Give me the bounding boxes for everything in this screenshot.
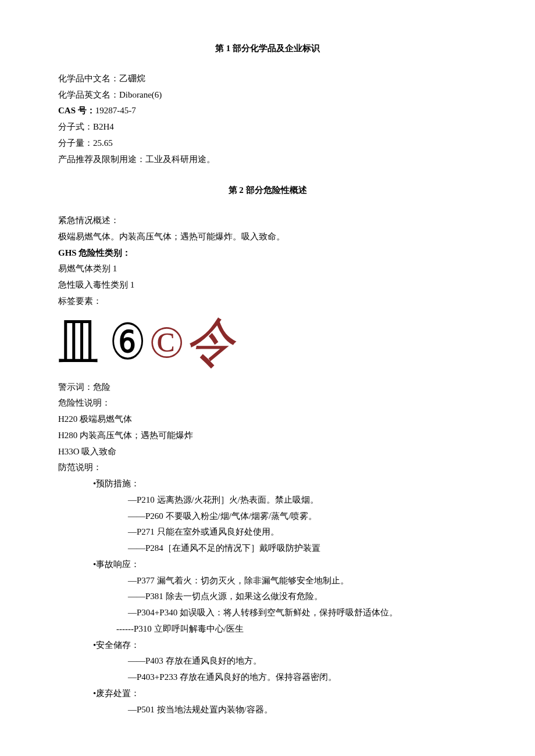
- section-2-body: 紧急情况概述： 极端易燃气体。内装高压气体；遇热可能爆炸。吸入致命。 GHS 危…: [58, 213, 477, 718]
- ghs-line-1: 急性吸入毒性类别 1: [58, 277, 477, 293]
- label-elements: 标签要素：: [58, 293, 477, 310]
- field-name-cn-label: 化学品中文名：: [58, 74, 119, 83]
- precaution-item-p271: —P271 只能在室外或通风良好处使用。: [58, 524, 477, 540]
- signal-word-value: 危险: [93, 382, 110, 392]
- signal-word-label: 警示词：: [58, 382, 93, 392]
- precaution-item-p377: —P377 漏气着火：切勿灭火，除非漏气能够安全地制止。: [58, 573, 477, 589]
- field-mw: 分子量：25.65: [58, 135, 477, 152]
- hazard-statement-0: H220 极端易燃气体: [58, 411, 477, 428]
- ghs-line-0: 易燃气体类别 1: [58, 261, 477, 277]
- field-name-cn-value: 乙硼烷: [119, 74, 145, 83]
- field-name-en: 化学品英文名：Diborane(6): [58, 87, 477, 103]
- emergency-label: 紧急情况概述：: [58, 213, 477, 229]
- precaution-item-p260: ——P260 不要吸入粉尘/烟/气体/烟雾/蒸气/喷雾。: [58, 508, 477, 525]
- ghs-pictograms: 皿 ⑥ © 令: [58, 316, 477, 369]
- field-cas-value: 19287-45-7: [95, 106, 136, 115]
- precaution-group-storage: •安全储存：: [58, 637, 477, 654]
- field-mw-value: 25.65: [93, 138, 113, 148]
- hazard-statements-label: 危险性说明：: [58, 395, 477, 411]
- section-1-title: 第 1 部分化学品及企业标识: [58, 41, 477, 57]
- pictogram-2-icon: ⑥: [109, 317, 146, 367]
- field-name-cn: 化学品中文名：乙硼烷: [58, 71, 477, 87]
- field-mw-label: 分子量：: [58, 138, 93, 148]
- field-formula: 分子式：B2H4: [58, 119, 477, 135]
- precaution-group-response: •事故响应：: [58, 557, 477, 573]
- precaution-item-p501: —P501 按当地法规处置内装物/容器。: [58, 702, 477, 718]
- field-use: 产品推荐及限制用途：工业及科研用途。: [58, 152, 477, 168]
- pictogram-4-icon: 令: [185, 316, 234, 369]
- precaution-item-p304-p340: —P304+P340 如误吸入：将人转移到空气新鲜处，保持呼吸舒适体位。: [58, 605, 477, 621]
- precaution-label: 防范说明：: [58, 460, 477, 476]
- precaution-item-p381: ——P381 除去一切点火源，如果这么做没有危险。: [58, 589, 477, 605]
- section-1-body: 化学品中文名：乙硼烷 化学品英文名：Diborane(6) CAS 号：1928…: [58, 71, 477, 168]
- field-name-en-value: Diborane(6): [119, 90, 162, 99]
- emergency-text: 极端易燃气体。内装高压气体；遇热可能爆炸。吸入致命。: [58, 229, 477, 245]
- field-formula-label: 分子式：: [58, 122, 93, 131]
- precaution-group-disposal: •废弃处置：: [58, 686, 477, 702]
- ghs-label: GHS 危险性类别：: [58, 245, 477, 261]
- precaution-item-p210: —P210 远离热源/火花刑］火/热表面。禁止吸烟。: [58, 492, 477, 508]
- hazard-statement-2: H33O 吸入致命: [58, 444, 477, 460]
- field-formula-value: B2H4: [93, 122, 114, 131]
- field-cas: CAS 号：19287-45-7: [58, 103, 477, 119]
- precaution-item-p403: ——P403 存放在通风良好的地方。: [58, 653, 477, 669]
- field-use-label: 产品推荐及限制用途：: [58, 155, 145, 164]
- pictogram-1-icon: 皿: [58, 317, 99, 367]
- hazard-statement-1: H280 内装高压气体；遇热可能爆炸: [58, 428, 477, 444]
- section-2-title: 第 2 部分危险性概述: [58, 182, 477, 199]
- precaution-item-p403-p233: —P403+P233 存放在通风良好的地方。保持容器密闭。: [58, 669, 477, 686]
- precaution-item-p284: ——P284［在通风不足的情况下］戴呼吸防护装置: [58, 540, 477, 557]
- pictogram-3-icon: ©: [149, 320, 184, 365]
- precaution-group-prevention: •预防措施：: [58, 476, 477, 492]
- field-name-en-label: 化学品英文名：: [58, 90, 119, 99]
- signal-word: 警示词：危险: [58, 379, 477, 396]
- precaution-item-p310: ------P310 立即呼叫解毒中心/医生: [58, 621, 477, 637]
- field-use-value: 工业及科研用途。: [145, 155, 215, 164]
- field-cas-label: CAS 号：: [58, 106, 95, 115]
